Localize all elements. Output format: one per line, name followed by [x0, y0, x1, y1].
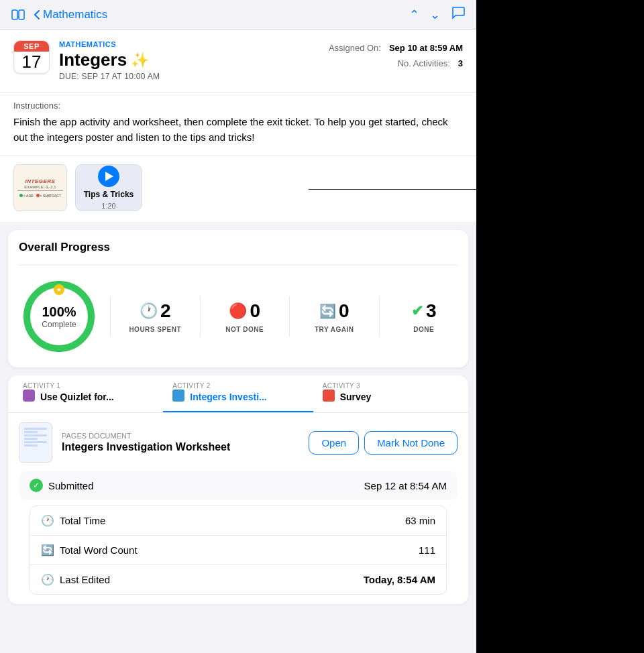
calendar-day: 17 — [14, 52, 49, 73]
play-button[interactable] — [98, 166, 119, 187]
right-panel — [476, 0, 644, 653]
video-attachment[interactable]: Tips & Tricks 1:20 — [75, 164, 142, 211]
assignment-title: Integers ✨ — [59, 50, 160, 70]
hours-spent-num: 2 — [160, 300, 171, 322]
try-again-value-row: 🔄 0 — [319, 300, 350, 322]
doc-info: PAGES DOCUMENT Integers Investigation Wo… — [19, 422, 458, 463]
assignment-info: MATHEMATICS Integers ✨ DUE: SEP 17 AT 10… — [59, 40, 160, 81]
clock-detail-icon: 🕐 — [41, 514, 54, 527]
word-count-left: 🔄 Total Word Count — [41, 544, 138, 556]
progress-stats: ★ 100% Complete 🕐 2 HOURS SPENT — [19, 276, 458, 357]
word-count-icon: 🔄 — [41, 544, 54, 556]
assigned-on-value: Sep 10 at 8:59 AM — [389, 43, 463, 53]
activity-3-num: ACTIVITY 3 — [323, 382, 453, 390]
doc-thumbnail — [19, 422, 52, 463]
activity-1-num: ACTIVITY 1 — [23, 382, 154, 390]
calendar-icon: SEP 17 — [13, 40, 50, 74]
progress-divider — [19, 265, 458, 265]
submitted-left: ✓ Submitted — [30, 479, 94, 492]
activity-1-icon — [23, 390, 35, 404]
calendar-month: SEP — [14, 41, 49, 52]
details-card: 🕐 Total Time 63 min 🔄 Total Word Count 1… — [30, 506, 447, 595]
nav-right: ⌃ ⌄ — [409, 5, 466, 23]
activity-2-name: Integers Investi... — [190, 392, 266, 402]
total-time-label: Total Time — [60, 515, 105, 526]
hours-spent-stat: 🕐 2 HOURS SPENT — [121, 300, 189, 333]
video-title: Tips & Tricks — [84, 190, 133, 199]
poster-title: INTEGERS — [25, 178, 56, 184]
doc-actions: Open Mark Not Done — [309, 431, 458, 455]
activity-tab-2[interactable]: ACTIVITY 2 Integers Investi... — [163, 375, 313, 412]
word-count-row: 🔄 Total Word Count 111 — [30, 535, 446, 565]
done-label: DONE — [413, 326, 434, 333]
doc-detail: PAGES DOCUMENT Integers Investigation Wo… — [62, 432, 230, 453]
submitted-row: ✓ Submitted Sep 12 at 8:54 AM — [30, 479, 447, 492]
back-button[interactable]: Mathematics — [34, 8, 107, 21]
done-icon: ✔ — [411, 302, 423, 320]
svg-rect-1 — [19, 10, 24, 19]
poster-subtitle: EXAMPLE:-3,-2,1 — [24, 185, 56, 189]
activity-tab-1[interactable]: ACTIVITY 1 Use Quizlet for... — [13, 375, 163, 412]
attachments-section: INTEGERS EXAMPLE:-3,-2,1 = ADD = SUBTRAC… — [0, 156, 476, 222]
activities-section: ACTIVITY 1 Use Quizlet for... ACTIVITY 2… — [8, 375, 468, 604]
total-time-row: 🕐 Total Time 63 min — [30, 506, 446, 535]
submitted-date: Sep 12 at 8:54 AM — [364, 480, 447, 491]
instructions-label: Instructions: — [13, 101, 463, 111]
try-again-icon: 🔄 — [319, 303, 336, 319]
hours-spent-value-row: 🕐 2 — [140, 300, 171, 322]
main-panel: Mathematics ⌃ ⌄ SEP 17 MATHEMATICS Integ… — [0, 0, 476, 653]
activity-content: PAGES DOCUMENT Integers Investigation Wo… — [8, 413, 468, 604]
done-stat: ✔ 3 DONE — [390, 300, 458, 333]
total-time-left: 🕐 Total Time — [41, 514, 105, 527]
chevron-up-icon[interactable]: ⌃ — [409, 7, 419, 22]
not-done-stat: 🔴 0 NOT DONE — [211, 300, 279, 333]
video-duration: 1:20 — [101, 202, 115, 210]
activity-2-icon — [172, 390, 184, 404]
poster-attachment[interactable]: INTEGERS EXAMPLE:-3,-2,1 = ADD = SUBTRAC… — [13, 164, 67, 211]
activities-row: No. Activities: 3 — [398, 58, 463, 68]
svg-rect-7 — [172, 390, 184, 402]
progress-title: Overall Progress — [19, 241, 458, 254]
activity-1-name: Use Quizlet for... — [40, 392, 114, 402]
submitted-label: Submitted — [48, 480, 94, 491]
mark-not-done-button[interactable]: Mark Not Done — [364, 431, 458, 455]
comment-icon[interactable] — [451, 5, 466, 23]
add-op: = ADD — [19, 194, 34, 198]
assignment-header: SEP 17 MATHEMATICS Integers ✨ DUE: SEP 1… — [0, 29, 476, 92]
activity-tab-3[interactable]: ACTIVITY 3 Survey — [313, 375, 463, 412]
bottom-spacer — [0, 604, 476, 617]
try-again-label: TRY AGAIN — [315, 326, 354, 333]
section-divider — [309, 189, 476, 190]
last-edited-value: Today, 8:54 AM — [364, 574, 435, 585]
not-done-icon: 🔴 — [229, 302, 247, 320]
doc-title: Integers Investigation Worksheet — [62, 441, 230, 453]
subject-label: MATHEMATICS — [59, 40, 160, 48]
assigned-on-label: Assigned On: — [329, 43, 381, 53]
stat-divider-2 — [200, 296, 201, 337]
not-done-value-row: 🔴 0 — [229, 300, 260, 322]
activity-3-name-row: Survey — [323, 390, 453, 404]
svg-text:★: ★ — [56, 286, 62, 293]
not-done-num: 0 — [250, 300, 260, 322]
doc-thumbnail-inner — [21, 425, 50, 460]
word-count-value: 111 — [419, 544, 435, 556]
progress-donut: ★ 100% Complete — [19, 276, 99, 357]
svg-rect-8 — [323, 390, 335, 402]
poster-divider — [17, 190, 63, 191]
sub-op: = SUBTRACT — [36, 194, 61, 198]
chevron-down-icon[interactable]: ⌄ — [430, 7, 440, 22]
stat-divider-1 — [110, 296, 111, 337]
activities-value: 3 — [458, 58, 463, 68]
activity-2-name-row: Integers Investi... — [172, 390, 303, 404]
donut-percent: 100% — [42, 304, 76, 320]
total-time-value: 63 min — [405, 515, 435, 526]
try-again-stat: 🔄 0 TRY AGAIN — [301, 300, 368, 333]
open-button[interactable]: Open — [309, 431, 359, 455]
sidebar-toggle-button[interactable] — [11, 7, 25, 22]
header-left: SEP 17 MATHEMATICS Integers ✨ DUE: SEP 1… — [13, 40, 160, 81]
last-edited-icon: 🕐 — [41, 573, 54, 586]
activity-2-num: ACTIVITY 2 — [172, 382, 303, 390]
top-navigation: Mathematics ⌃ ⌄ — [0, 0, 476, 29]
doc-line-2 — [24, 431, 38, 433]
hours-spent-label: HOURS SPENT — [129, 326, 181, 333]
